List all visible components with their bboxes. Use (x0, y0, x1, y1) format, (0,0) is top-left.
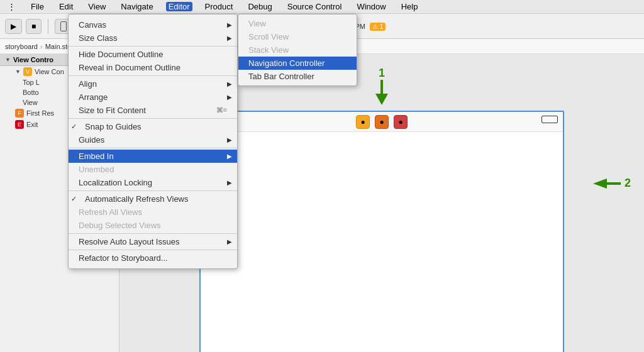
sidebar-item-firstres-label: First Res (26, 109, 54, 117)
checkmark-icon: ✓ (71, 123, 77, 131)
submenu-arrow-icon7: ▶ (227, 179, 232, 186)
menu-editor[interactable]: Editor (166, 2, 192, 11)
arrow-left-icon (589, 177, 621, 190)
step2-indicator: 2 (589, 177, 631, 190)
menu-navigate[interactable]: Navigate (118, 2, 155, 11)
menu-file[interactable]: File (28, 2, 47, 11)
menu-bar: ⋮ File Edit View Navigate Editor Product… (0, 0, 644, 14)
phone-frame: ● ● ● (199, 111, 564, 352)
menu-section-autolayout: Resolve Auto Layout Issues ▶ (69, 234, 237, 250)
battery-icon (541, 116, 558, 123)
menu-edit[interactable]: Edit (57, 2, 75, 11)
submenu-item-tab-bar-controller[interactable]: Tab Bar Controller (238, 70, 357, 83)
menu-source-control[interactable]: Source Control (285, 2, 345, 11)
warning-badge: ⚠ 1 (370, 23, 386, 31)
step1-indicator: 1 (372, 67, 391, 105)
submenu-item-scroll-view[interactable]: Scroll View (238, 30, 357, 43)
svg-marker-3 (593, 179, 607, 189)
vc-red-icon: ● (394, 115, 408, 129)
menu-debug[interactable]: Debug (245, 2, 274, 11)
device-icon (60, 21, 67, 31)
menu-apple[interactable]: ⋮ (5, 2, 18, 11)
submenu-arrow-icon8: ▶ (227, 238, 232, 245)
menu-product[interactable]: Product (203, 2, 236, 11)
separator (48, 19, 48, 34)
menu-item-unembed[interactable]: Unembed (69, 163, 237, 176)
run-button[interactable]: ▶ (5, 19, 22, 34)
step1-number: 1 (379, 67, 385, 80)
editor-menu: Canvas ▶ Size Class ▶ Hide Document Outl… (68, 14, 238, 269)
menu-item-snap[interactable]: ✓ Snap to Guides (69, 120, 237, 133)
menu-view[interactable]: View (86, 2, 108, 11)
sidebar-item-topl-label: Top L (23, 79, 40, 86)
submenu-arrow-icon6: ▶ (227, 153, 232, 160)
menu-item-canvas[interactable]: Canvas ▶ (69, 18, 237, 31)
sidebar-item-viewcon-label: View Con (35, 68, 64, 75)
menu-item-embed-in[interactable]: Embed In ▶ (69, 150, 237, 163)
menu-item-auto-refresh[interactable]: ✓ Automatically Refresh Views (69, 192, 237, 206)
menu-section-refactor: Refactor to Storyboard... (69, 250, 237, 266)
collapse-triangle[interactable]: ▼ (5, 57, 11, 63)
menu-item-resolve-autolayout[interactable]: Resolve Auto Layout Issues ▶ (69, 235, 237, 248)
menu-section-layout: Align ▶ Arrange ▶ Size to Fit Content ⌘= (69, 76, 237, 119)
submenu-arrow-icon2: ▶ (227, 35, 232, 41)
submenu-arrow-icon3: ▶ (227, 80, 232, 87)
menu-section-outline: Hide Document Outline Reveal in Document… (69, 47, 237, 76)
sidebar-item-view-label: View (23, 99, 38, 106)
sidebar-header-label: View Contro (13, 56, 53, 63)
arrow-down-icon (372, 80, 391, 105)
checkmark-refresh-icon: ✓ (71, 195, 77, 203)
menu-window[interactable]: Window (354, 2, 388, 11)
submenu-item-view[interactable]: View (238, 17, 357, 30)
menu-section-guides: ✓ Snap to Guides Guides ▶ (69, 119, 237, 148)
menu-item-size-class[interactable]: Size Class ▶ (69, 31, 237, 45)
menu-help[interactable]: Help (399, 2, 421, 11)
menu-item-hide-outline[interactable]: Hide Document Outline (69, 48, 237, 61)
firstres-icon: F (15, 109, 24, 118)
submenu-arrow-icon4: ▶ (227, 94, 232, 101)
viewcon-icon: V (23, 67, 32, 76)
sidebar-item-exit-label: Exit (26, 121, 38, 128)
embed-in-submenu: View Scroll View Stack View Navigation C… (238, 14, 357, 86)
menu-item-guides[interactable]: Guides ▶ (69, 133, 237, 146)
menu-item-align[interactable]: Align ▶ (69, 77, 237, 91)
submenu-arrow-icon5: ▶ (227, 136, 232, 143)
menu-item-reveal-outline[interactable]: Reveal in Document Outline (69, 61, 237, 74)
stop-button[interactable]: ■ (26, 19, 42, 34)
sidebar-item-botto-label: Botto (23, 89, 39, 96)
shortcut-size-fit: ⌘= (216, 106, 227, 114)
vc-yellow-icon: ● (356, 115, 370, 129)
phone-toolbar: ● ● ● (201, 112, 563, 132)
vc-orange-icon: ● (375, 115, 389, 129)
menu-item-arrange[interactable]: Arrange ▶ (69, 91, 237, 104)
submenu-item-navigation-controller[interactable]: Navigation Controller (238, 57, 357, 70)
menu-section-refresh: ✓ Automatically Refresh Views Refresh Al… (69, 191, 237, 234)
submenu-item-stack-view[interactable]: Stack View (238, 43, 357, 57)
breadcrumb-item-storyboard[interactable]: storyboard (5, 43, 38, 50)
menu-section-embed: Embed In ▶ Unembed Localization Locking … (69, 148, 237, 191)
step2-number: 2 (625, 177, 631, 190)
exit-icon: E (15, 120, 24, 129)
submenu-arrow-icon: ▶ (227, 21, 232, 28)
menu-item-refresh-all[interactable]: Refresh All Views (69, 206, 237, 219)
menu-item-debug-selected[interactable]: Debug Selected Views (69, 219, 237, 232)
menu-section-canvas: Canvas ▶ Size Class ▶ (69, 17, 237, 47)
menu-item-localization[interactable]: Localization Locking ▶ (69, 176, 237, 189)
menu-item-refactor[interactable]: Refactor to Storyboard... (69, 251, 237, 265)
svg-marker-1 (375, 94, 388, 105)
menu-item-size-fit[interactable]: Size to Fit Content ⌘= (69, 104, 237, 117)
